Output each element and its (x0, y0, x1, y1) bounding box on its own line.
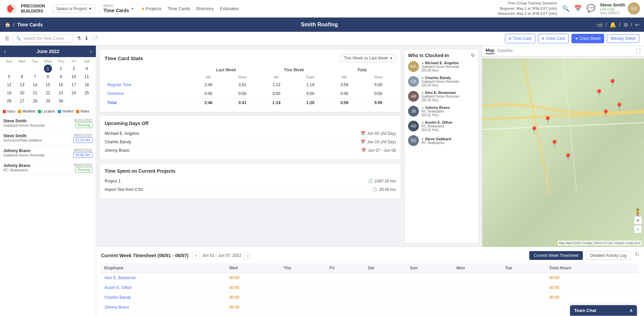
employee-link[interactable]: Charles Bandy (104, 295, 131, 300)
cal-day-15[interactable]: 15 (42, 81, 54, 89)
cal-day-23[interactable]: 23 (54, 89, 67, 97)
menu-dropdown[interactable]: MENU Time Cards (104, 4, 129, 13)
cal-day-19[interactable]: 19 (3, 89, 16, 97)
project-select[interactable]: Select a Project ▾ (53, 4, 95, 13)
nav-links: ★Projects Time Cards Directory Estimates (141, 6, 239, 11)
cal-day-9[interactable]: 9 (54, 73, 67, 81)
cal-next-btn[interactable]: › (90, 48, 92, 54)
logo-area: PRECISION BUILDERS (4, 1, 45, 16)
employee-link[interactable]: Austin E. Dillon (104, 285, 132, 290)
zoom-out-btn[interactable]: − (634, 225, 642, 233)
map-pin: 📍 (601, 109, 610, 118)
cal-day-21[interactable]: 21 (29, 89, 42, 97)
cal-day-4[interactable]: 4 (80, 65, 93, 73)
status-dot: ● (422, 76, 424, 80)
cal-day-20[interactable]: 20 (16, 89, 28, 97)
search-icon[interactable]: 🔍 (562, 5, 569, 12)
employee-link[interactable]: Alex E. Boweman (104, 275, 136, 280)
cal-day-6[interactable]: 6 (16, 73, 28, 81)
cal-day-25[interactable]: 25 (80, 89, 93, 97)
cal-day-11[interactable]: 11 (80, 73, 93, 81)
cal-day-30[interactable]: 30 (54, 97, 67, 105)
list-item: Charles Bandy 📅Jun 03 (All Day) (105, 138, 396, 146)
cal-day-8[interactable]: 8 (42, 73, 54, 81)
list-item[interactable]: Steve Smith Sunroom/Patio Addition 06/01… (0, 130, 96, 145)
calendar-icon[interactable]: 📅 (574, 5, 582, 12)
video-icon[interactable]: 📹 (596, 22, 603, 28)
add-weeklysheet-btn[interactable]: Weekly Sheet (607, 34, 639, 43)
expand-icon[interactable]: ⛶ (636, 48, 641, 54)
current-week-btn[interactable]: Current Week Timesheet (529, 251, 583, 260)
cal-prev-btn[interactable]: ‹ (4, 48, 6, 54)
nav-link-estimates[interactable]: Estimates (220, 6, 239, 11)
nav-link-directory[interactable]: Directory (196, 6, 214, 11)
period-selector[interactable]: This Week vs Last Week ▾ (340, 54, 396, 62)
cal-day-17[interactable]: 17 (67, 81, 80, 89)
refresh-icon[interactable]: ↻ (471, 53, 475, 58)
cal-day-1[interactable]: 1 (44, 65, 52, 73)
breadcrumb-bar: 🏠 / Time Cards Smith Roofing 📹 / 🔔 / ⚙ /… (0, 18, 644, 32)
nav-link-timecards[interactable]: Time Cards (168, 6, 190, 11)
zoom-in-btn[interactable]: + (634, 216, 642, 224)
stat-row-overtime: Overtime (105, 89, 192, 98)
cal-day-29[interactable]: 29 (42, 97, 54, 105)
refresh-icon[interactable]: ↻ (635, 251, 639, 260)
add-crewsheet-btn[interactable]: + Crew Sheet (571, 34, 604, 43)
cal-days-header: SunMon TueWed ThuFri Sat (3, 59, 93, 63)
nav-link-projects[interactable]: ★Projects (141, 6, 162, 11)
settings-icon[interactable]: ⚙ (623, 22, 628, 28)
add-timecard-btn[interactable]: + Time Card (505, 34, 535, 43)
week-prev-btn[interactable]: ‹ (192, 252, 199, 259)
stats-table: Last Week This Week Total Me Team Me Tea… (105, 66, 396, 107)
map-tab[interactable]: Map (486, 48, 494, 54)
cal-day-22[interactable]: 22 (42, 89, 54, 97)
cal-day-7[interactable]: 7 (29, 73, 42, 81)
document-icon[interactable]: 📄 (92, 35, 99, 42)
cal-day-14[interactable]: 14 (29, 81, 42, 89)
cal-day-27[interactable]: 27 (16, 97, 28, 105)
calendar-icon: 📅 (360, 140, 366, 144)
cal-day-12[interactable]: 12 (3, 81, 16, 89)
list-item: Michael E. Angeloo 📅Jun 02 (All Day) (105, 129, 396, 138)
list-item[interactable]: Steve Smith Gabbard Home Remodel 06/01/2… (0, 116, 96, 130)
cal-day-3[interactable]: 3 (67, 65, 80, 73)
cal-day-18[interactable]: 18 (80, 81, 93, 89)
employee-link[interactable]: Johnny Bravo (104, 305, 129, 310)
download-icon[interactable]: ⬇ (84, 35, 89, 42)
calendar-header: ‹ June 2022 › (0, 46, 96, 57)
filter-icon[interactable]: ⚗ (77, 35, 81, 42)
plus-icon: + (509, 36, 511, 41)
menu-icon[interactable]: ☰ (5, 35, 9, 42)
status-badge: 01:14 Hrs (73, 137, 92, 143)
cal-day-10[interactable]: 10 (67, 73, 80, 81)
top-area: Time Card Stats This Week vs Last Week ▾… (96, 46, 644, 247)
cal-day-2[interactable]: 2 (54, 65, 67, 73)
week-next-btn[interactable]: › (244, 252, 252, 259)
stat-row-total: Total (105, 98, 192, 107)
cal-day-16[interactable]: 16 (54, 81, 67, 89)
list-item[interactable]: Johnny Bravo RC Skateparks 06/01/2022 Ru… (0, 160, 96, 175)
cal-day-24[interactable]: 24 (67, 89, 80, 97)
timesheet-actions: Current Week Timesheet Detailed Activity… (529, 251, 639, 260)
search-box[interactable]: 🔍 Search for Time Cards (12, 34, 73, 43)
left-panel: ‹ June 2022 › SunMon TueWed ThuFri Sat 1… (0, 46, 96, 316)
svg-point-1 (9, 7, 14, 11)
time-entries: Steve Smith Gabbard Home Remodel 06/01/2… (0, 115, 96, 175)
home-icon[interactable]: 🏠 (5, 22, 10, 27)
cal-day-13[interactable]: 13 (16, 81, 28, 89)
street-view-icon[interactable]: 🧍 (634, 208, 642, 216)
bell-icon[interactable]: 🔔 (610, 22, 616, 28)
add-crewcard-btn[interactable]: + Crew Card (538, 34, 569, 43)
team-chat-header[interactable]: Team Chat ∧ (570, 305, 637, 316)
activity-log-btn[interactable]: Detailed Activity Log (586, 251, 631, 260)
list-item[interactable]: Johnny Bravo Gabbard Home Remodel 06/01/… (0, 145, 96, 160)
cal-day-5[interactable]: 5 (3, 73, 16, 81)
cal-day-26[interactable]: 26 (3, 97, 16, 105)
satellite-tab[interactable]: Satellite (497, 48, 513, 54)
legend-modified: Modified (18, 110, 35, 113)
undo-icon[interactable]: ↩ (635, 22, 639, 28)
cal-day-28[interactable]: 28 (29, 97, 42, 105)
chat-icon[interactable]: 💬 (586, 4, 595, 13)
breadcrumb-separator: / (13, 22, 15, 27)
chevron-down-icon: ▾ (390, 56, 392, 60)
